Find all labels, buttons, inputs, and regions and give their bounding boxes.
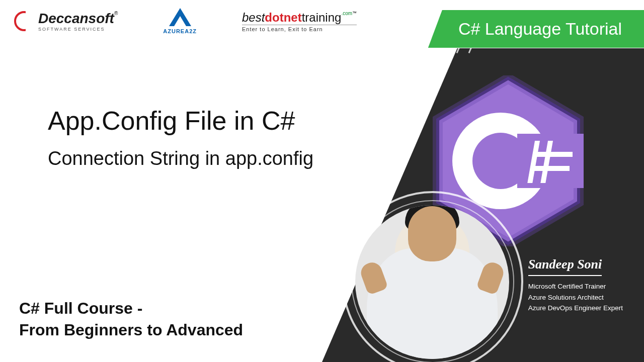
presenter-name: Sandeep Soni: [528, 257, 602, 276]
deccansoft-icon: [14, 11, 34, 31]
deccansoft-tagline: SOFTWARE SERVICES: [38, 27, 118, 32]
presenter-cred-2: Azure Solutions Architect: [528, 292, 623, 303]
presenter-info: Sandeep Soni Microsoft Certified Trainer…: [528, 257, 623, 314]
bdt-best: best: [242, 11, 265, 24]
course-title: C# Full Course - From Beginners to Advan…: [19, 298, 243, 341]
main-titles: App.Config File in C# Connection String …: [48, 106, 313, 169]
deccansoft-logo: Deccansoft® SOFTWARE SERVICES: [14, 11, 118, 32]
bdt-tagline: Enter to Learn, Exit to Earn: [242, 25, 357, 32]
logo-bar: Deccansoft® SOFTWARE SERVICES AZUREA2Z b…: [14, 8, 357, 34]
svg-rect-18: [536, 152, 573, 157]
bdt-training: training: [302, 11, 342, 24]
lesson-title: App.Config File in C#: [48, 106, 313, 136]
lesson-subtitle: Connection String in app.config: [48, 148, 313, 169]
azurea2z-icon: [169, 8, 191, 26]
azurea2z-label: AZUREA2Z: [163, 28, 197, 34]
bdt-dotnet: dotnet: [265, 11, 301, 24]
bdt-com: .com: [341, 11, 352, 16]
azurea2z-logo: AZUREA2Z: [163, 8, 197, 34]
thumbs-up-icon: [476, 260, 506, 296]
presenter-photo: [355, 205, 509, 359]
tutorial-banner: C# Language Tutorial: [428, 10, 644, 48]
deccansoft-name: Deccansoft: [38, 11, 114, 26]
thumbs-up-icon: [358, 260, 388, 296]
bestdotnettraining-logo: bestdotnettraining.com™ Enter to Learn, …: [242, 11, 357, 32]
trademark: ™: [352, 11, 357, 16]
registered-mark: ®: [114, 11, 118, 16]
course-line2: From Beginners to Advanced: [19, 319, 243, 341]
presenter-cred-1: Microsoft Certified Trainer: [528, 281, 623, 292]
svg-rect-19: [533, 166, 570, 171]
course-line1: C# Full Course -: [19, 298, 243, 319]
presenter-cred-3: Azure DevOps Engineer Expert: [528, 303, 623, 314]
